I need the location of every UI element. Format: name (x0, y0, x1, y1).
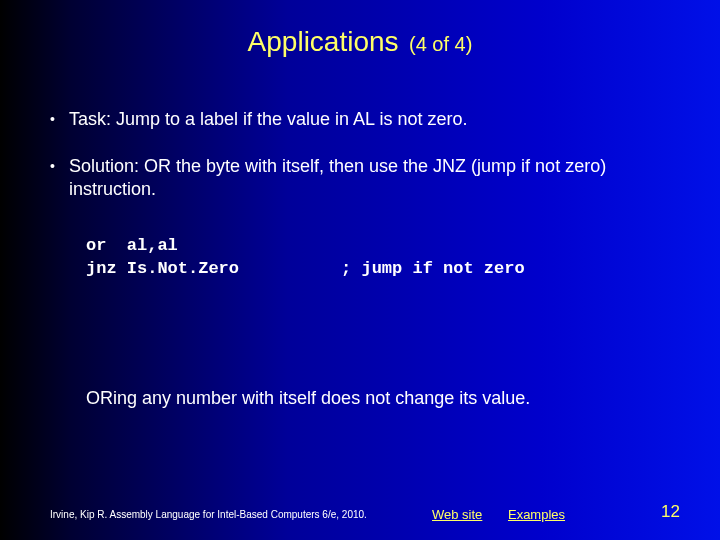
bullet-dot-icon: • (50, 108, 55, 131)
code-block: or al,al jnz Is.Not.Zero ; jump if not z… (86, 235, 680, 281)
bullet-dot-icon: • (50, 155, 55, 201)
slide-title-counter: (4 of 4) (409, 33, 472, 55)
slide-title-area: Applications (4 of 4) (0, 26, 720, 58)
footer-links: Web site Examples (432, 507, 587, 522)
bullet-text: Solution: OR the byte with itself, then … (69, 155, 680, 201)
page-number: 12 (661, 502, 680, 522)
website-link[interactable]: Web site (432, 507, 482, 522)
slide-title: Applications (248, 26, 399, 57)
bullet-item: • Solution: OR the byte with itself, the… (50, 155, 680, 201)
bullet-item: • Task: Jump to a label if the value in … (50, 108, 680, 131)
examples-link[interactable]: Examples (508, 507, 565, 522)
slide-note: ORing any number with itself does not ch… (86, 388, 670, 409)
slide-body: • Task: Jump to a label if the value in … (50, 108, 680, 281)
slide: Applications (4 of 4) • Task: Jump to a … (0, 0, 720, 540)
bullet-text: Task: Jump to a label if the value in AL… (69, 108, 468, 131)
footer-citation: Irvine, Kip R. Assembly Language for Int… (50, 509, 367, 520)
